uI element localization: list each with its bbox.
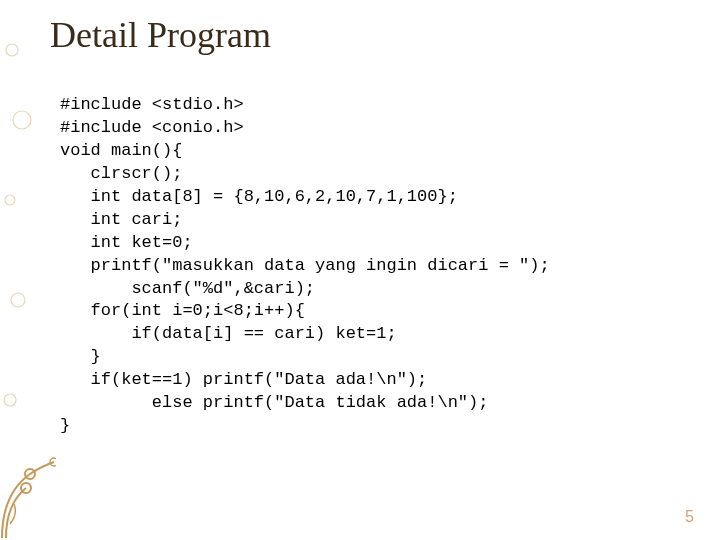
code-block: #include <stdio.h> #include <conio.h> vo…: [60, 94, 550, 438]
svg-point-2: [5, 195, 15, 205]
code-line: if(data[i] == cari) ket=1;: [60, 324, 397, 343]
side-decoration: [0, 0, 40, 540]
svg-point-5: [25, 469, 35, 479]
code-line: else printf("Data tidak ada!\n");: [60, 393, 488, 412]
svg-point-1: [13, 111, 31, 129]
code-line: #include <stdio.h>: [60, 95, 244, 114]
slide-title: Detail Program: [50, 14, 271, 56]
svg-point-4: [4, 394, 16, 406]
code-line: for(int i=0;i<8;i++){: [60, 301, 305, 320]
svg-point-7: [50, 458, 56, 466]
code-line: #include <conio.h>: [60, 118, 244, 137]
code-line: printf("masukkan data yang ingin dicari …: [60, 256, 550, 275]
code-line: void main(){: [60, 141, 182, 160]
slide: Detail Program #include <stdio.h> #inclu…: [0, 0, 720, 540]
code-line: clrscr();: [60, 164, 182, 183]
svg-point-6: [21, 483, 31, 493]
corner-decoration: [0, 454, 56, 540]
code-line: }: [60, 416, 70, 435]
code-line: scanf("%d",&cari);: [60, 279, 315, 298]
code-line: }: [60, 347, 101, 366]
code-line: int ket=0;: [60, 233, 193, 252]
code-line: int data[8] = {8,10,6,2,10,7,1,100};: [60, 187, 458, 206]
code-line: if(ket==1) printf("Data ada!\n");: [60, 370, 427, 389]
code-line: int cari;: [60, 210, 182, 229]
page-number: 5: [685, 508, 694, 526]
svg-point-3: [11, 293, 25, 307]
svg-point-0: [6, 44, 18, 56]
